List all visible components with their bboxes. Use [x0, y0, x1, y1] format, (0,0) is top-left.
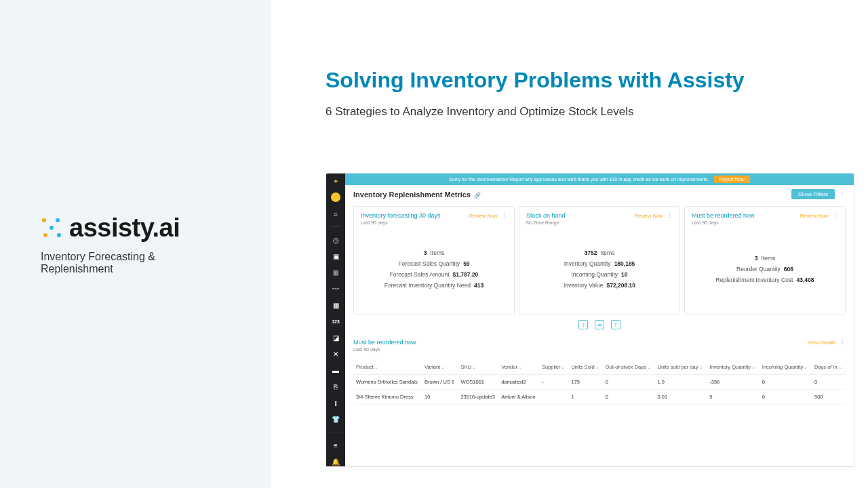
column-header[interactable]: Inventory Quantity⌄	[707, 360, 760, 375]
view-details-link[interactable]: View Details	[808, 340, 835, 346]
table-cell: -356	[707, 375, 760, 390]
stat-row: Forecast Sales Amount$1,787.20	[390, 271, 479, 278]
card-subtitle: Last 90 days	[361, 220, 441, 225]
metric-card: Stock on hand No Time Range Review Now ⋮…	[519, 206, 680, 314]
table-row[interactable]: Womens Orthotics SandalsBrown / US 6WOS1…	[353, 375, 846, 390]
stat-row: Inventory Value$72,208.10	[564, 282, 635, 289]
column-header[interactable]: Days of In⌄	[812, 360, 846, 375]
bell-icon[interactable]: 🔔	[331, 457, 340, 466]
table-cell: 0	[603, 375, 655, 390]
table-cell: 0	[603, 390, 655, 405]
column-header[interactable]: Supplier⌄	[539, 360, 569, 375]
menu-icon[interactable]: ≡	[331, 441, 340, 450]
stat-row: 3Items	[424, 249, 445, 256]
card-title: Must be reordered now	[692, 212, 755, 219]
review-now-link[interactable]: Review Now	[469, 213, 498, 219]
numbers-icon[interactable]: 123	[331, 317, 340, 326]
stat-row: 3Items	[755, 255, 776, 262]
column-header[interactable]: Variant⌄	[422, 360, 458, 375]
card-menu-icon[interactable]: ⋮	[667, 212, 673, 219]
table-subtitle: Last 90 days	[353, 347, 416, 352]
card-subtitle: Last 90 days	[692, 220, 755, 225]
table-cell: 175	[568, 375, 602, 390]
stat-row: Replenishment Inventory Cost43,408	[716, 277, 814, 283]
adjust-icon[interactable]: ⊹	[578, 320, 588, 329]
stat-row: Inventory Quantity180,185	[564, 260, 635, 267]
brand-tagline: Inventory Forecasting & Replenishment	[41, 251, 231, 275]
review-now-link[interactable]: Review Now	[800, 213, 829, 219]
column-header[interactable]: Out-of-stock Days⌄	[603, 360, 655, 375]
link-icon[interactable]: 🔗	[474, 192, 481, 199]
library-icon[interactable]: ▣	[331, 251, 340, 261]
card-menu-icon[interactable]: ⋮	[501, 212, 507, 219]
review-now-link[interactable]: Review Now	[635, 213, 663, 219]
bars-icon[interactable]: ⫿	[331, 398, 340, 407]
table-cell: 5	[707, 390, 760, 405]
title-bar: Inventory Replenishment Metrics 🔗 Show F…	[345, 185, 854, 203]
trend-icon[interactable]: 〰	[331, 284, 340, 293]
shirt-icon[interactable]: 👕	[331, 414, 340, 424]
report-now-button[interactable]: Report Now	[714, 176, 750, 183]
card-menu-icon[interactable]: ⋮	[832, 212, 838, 219]
hero-left-panel: assisty.ai Inventory Forecasting & Reple…	[0, 0, 271, 488]
grid-icon[interactable]: ⊞	[331, 268, 340, 277]
table-cell: 0	[760, 375, 812, 390]
table-cell: 1.9	[655, 375, 707, 390]
column-header[interactable]: Units Sold⌄	[568, 360, 602, 375]
stat-row: Incoming Quantity10	[572, 271, 628, 278]
export-icon[interactable]: ⎘	[331, 382, 340, 391]
clock-icon[interactable]: ◷	[331, 235, 340, 245]
table-cell: 3/4 Sleeve Kimono Dress	[353, 390, 422, 405]
search-icon[interactable]: ⌕	[331, 209, 340, 218]
table-menu-icon[interactable]: ⋮	[840, 339, 846, 346]
column-header[interactable]: SKU⌄	[458, 360, 498, 375]
card-subtitle: No Time Range	[526, 220, 566, 225]
table-cell: 0	[812, 375, 846, 390]
table-cell: 500	[812, 390, 846, 405]
stat-row: 3752Items	[585, 249, 615, 256]
metrics-cards-row: Inventory forecasting 30 days Last 90 da…	[345, 203, 854, 319]
banner-text: Sorry for the inconvenience! Report any …	[449, 177, 709, 182]
card-title: Stock on hand	[526, 212, 566, 219]
table-cell	[539, 390, 569, 405]
sidebar-logo-icon[interactable]: ✦	[331, 176, 340, 186]
table-cell: 1	[568, 390, 602, 405]
sidebar-avatar[interactable]	[331, 192, 340, 202]
resize-icon[interactable]: ⇔	[595, 320, 604, 329]
table-header-row: Product⌄Variant⌄SKU⌄Vendor⌄Supplier⌄Unit…	[353, 360, 846, 375]
headline: Solving Inventory Problems with Assisty	[326, 68, 854, 93]
metric-card: Inventory forecasting 30 days Last 90 da…	[353, 206, 515, 314]
stat-row: Forecast Inventory Quantity Need413	[384, 282, 484, 289]
store-icon[interactable]: ▬	[331, 365, 340, 375]
report-icon[interactable]: ▦	[331, 300, 340, 310]
announcement-banner: Sorry for the inconvenience! Report any …	[345, 174, 854, 185]
table-cell: -	[539, 375, 569, 390]
table-cell: Antoni & Alison	[498, 390, 539, 405]
hero-right-panel: Solving Inventory Problems with Assisty …	[271, 0, 868, 488]
column-header[interactable]: Product⌄	[353, 360, 422, 375]
brand-logo: assisty.ai	[41, 214, 180, 243]
assisty-logo-icon	[41, 217, 62, 239]
column-header[interactable]: Vendor⌄	[498, 360, 539, 375]
table-cell: 10	[422, 390, 458, 405]
table-cell: dariustest2	[498, 375, 539, 390]
column-header[interactable]: Incoming Quantity⌄	[760, 360, 812, 375]
app-main: Sorry for the inconvenience! Report any …	[345, 174, 854, 466]
page-title: Inventory Replenishment Metrics	[353, 190, 471, 199]
metric-card: Must be reordered now Last 90 days Revie…	[684, 206, 846, 314]
column-header[interactable]: Units sold per day⌄	[655, 360, 707, 375]
reorder-table-section: Must be reordered now Last 90 days View …	[345, 335, 854, 409]
table-cell: Womens Orthotics Sandals	[353, 375, 422, 390]
reorder-table: Product⌄Variant⌄SKU⌄Vendor⌄Supplier⌄Unit…	[353, 360, 846, 405]
subheadline: 6 Strategies to Analyze Inventory and Op…	[326, 105, 854, 119]
app-sidebar: ✦ ⌕ ◷ ▣ ⊞ 〰 ▦ 123 ◪ ✕ ▬ ⎘ ⫿ 👕 ≡ 🔔	[326, 174, 345, 466]
table-cell: Brown / US 6	[422, 375, 458, 390]
table-cell: WOS1001	[458, 375, 498, 390]
table-title: Must be reordered now	[353, 339, 416, 346]
page-menu-icon[interactable]: ⋮	[839, 190, 846, 198]
chart-icon[interactable]: ✕	[331, 349, 340, 359]
table-row[interactable]: 3/4 Sleeve Kimono Dress1023516-update3An…	[353, 390, 846, 405]
tag-icon[interactable]: ◪	[331, 333, 340, 342]
text-icon[interactable]: T	[611, 320, 620, 329]
show-filters-button[interactable]: Show Filters	[791, 189, 835, 199]
